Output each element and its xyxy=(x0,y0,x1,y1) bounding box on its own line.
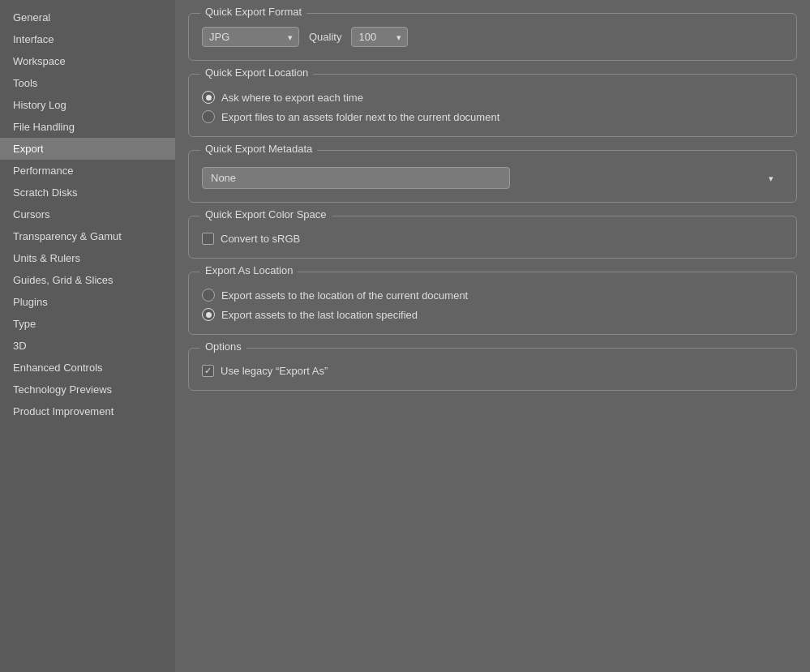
quick-export-location-section: Quick Export Location Ask where to expor… xyxy=(188,74,797,137)
sidebar-item-guides-grid-slices[interactable]: Guides, Grid & Slices xyxy=(0,269,175,291)
export-as-location-section: Export As Location Export assets to the … xyxy=(188,272,797,335)
quick-export-metadata-content: None Copyright Copyright and Contact Inf… xyxy=(202,167,783,189)
radio-ask-each-time[interactable]: Ask where to export each time xyxy=(202,91,783,104)
export-as-location-title: Export As Location xyxy=(200,264,298,276)
metadata-select-wrapper: None Copyright Copyright and Contact Inf… xyxy=(202,167,783,189)
radio-ask-each-time-label: Ask where to export each time xyxy=(221,92,363,104)
quick-export-color-space-title: Quick Export Color Space xyxy=(200,208,332,220)
format-select[interactable]: JPG PNG GIF SVG xyxy=(202,27,299,47)
options-section: Options Use legacy “Export As” xyxy=(188,348,797,391)
radio-assets-folder[interactable]: Export files to an assets folder next to… xyxy=(202,110,783,123)
quality-select[interactable]: 100 90 80 70 60 50 xyxy=(351,27,408,47)
sidebar-item-cursors[interactable]: Cursors xyxy=(0,203,175,225)
quick-export-color-space-content: Convert to sRGB xyxy=(202,233,783,245)
sidebar-item-units-rulers[interactable]: Units & Rulers xyxy=(0,247,175,269)
sidebar-item-history-log[interactable]: History Log xyxy=(0,94,175,116)
quick-export-color-space-section: Quick Export Color Space Convert to sRGB xyxy=(188,216,797,259)
sidebar-item-workspace[interactable]: Workspace xyxy=(0,50,175,72)
sidebar-item-file-handling[interactable]: File Handling xyxy=(0,116,175,138)
radio-current-doc[interactable]: Export assets to the location of the cur… xyxy=(202,289,783,302)
sidebar-item-technology-previews[interactable]: Technology Previews xyxy=(0,379,175,400)
legacy-export-option[interactable]: Use legacy “Export As” xyxy=(202,365,783,377)
format-row: JPG PNG GIF SVG Quality 100 90 80 70 60 … xyxy=(202,27,783,47)
quick-export-format-title: Quick Export Format xyxy=(200,6,306,18)
sidebar-item-product-improvement[interactable]: Product Improvement xyxy=(0,400,175,422)
quality-select-wrapper: 100 90 80 70 60 50 xyxy=(351,27,408,47)
sidebar-item-tools[interactable]: Tools xyxy=(0,72,175,94)
convert-srgb-checkbox[interactable] xyxy=(202,233,214,245)
radio-last-location-label: Export assets to the last location speci… xyxy=(221,309,418,321)
radio-last-location[interactable]: Export assets to the last location speci… xyxy=(202,308,783,321)
sidebar: GeneralInterfaceWorkspaceToolsHistory Lo… xyxy=(0,0,175,672)
quick-export-format-section: Quick Export Format JPG PNG GIF SVG Qual… xyxy=(188,13,797,61)
sidebar-item-plugins[interactable]: Plugins xyxy=(0,291,175,313)
sidebar-item-type[interactable]: Type xyxy=(0,313,175,335)
export-as-location-content: Export assets to the location of the cur… xyxy=(202,289,783,321)
radio-current-doc-input[interactable] xyxy=(202,289,215,302)
format-select-wrapper: JPG PNG GIF SVG xyxy=(202,27,299,47)
sidebar-item-performance[interactable]: Performance xyxy=(0,160,175,182)
radio-assets-folder-input[interactable] xyxy=(202,110,215,123)
radio-current-doc-label: Export assets to the location of the cur… xyxy=(221,289,468,302)
main-content: Quick Export Format JPG PNG GIF SVG Qual… xyxy=(175,0,810,672)
legacy-export-label: Use legacy “Export As” xyxy=(221,365,328,377)
radio-assets-folder-label: Export files to an assets folder next to… xyxy=(221,111,499,123)
sidebar-item-enhanced-controls[interactable]: Enhanced Controls xyxy=(0,357,175,379)
metadata-select[interactable]: None Copyright Copyright and Contact Inf… xyxy=(202,167,510,189)
quick-export-metadata-section: Quick Export Metadata None Copyright Cop… xyxy=(188,150,797,203)
radio-ask-each-time-input[interactable] xyxy=(202,91,215,104)
sidebar-item-export[interactable]: Export xyxy=(0,138,175,160)
options-content: Use legacy “Export As” xyxy=(202,365,783,377)
legacy-export-checkbox[interactable] xyxy=(202,365,214,377)
options-title: Options xyxy=(200,340,246,353)
convert-srgb-label: Convert to sRGB xyxy=(221,233,300,245)
sidebar-item-interface[interactable]: Interface xyxy=(0,28,175,50)
quick-export-metadata-title: Quick Export Metadata xyxy=(200,143,317,155)
quick-export-location-content: Ask where to export each time Export fil… xyxy=(202,91,783,123)
quality-label: Quality xyxy=(309,31,341,43)
quick-export-location-title: Quick Export Location xyxy=(200,66,313,79)
sidebar-item-scratch-disks[interactable]: Scratch Disks xyxy=(0,182,175,203)
sidebar-item-general[interactable]: General xyxy=(0,6,175,28)
convert-srgb-option[interactable]: Convert to sRGB xyxy=(202,233,783,245)
sidebar-item-3d[interactable]: 3D xyxy=(0,335,175,357)
sidebar-item-transparency-gamut[interactable]: Transparency & Gamut xyxy=(0,225,175,247)
radio-last-location-input[interactable] xyxy=(202,308,215,321)
